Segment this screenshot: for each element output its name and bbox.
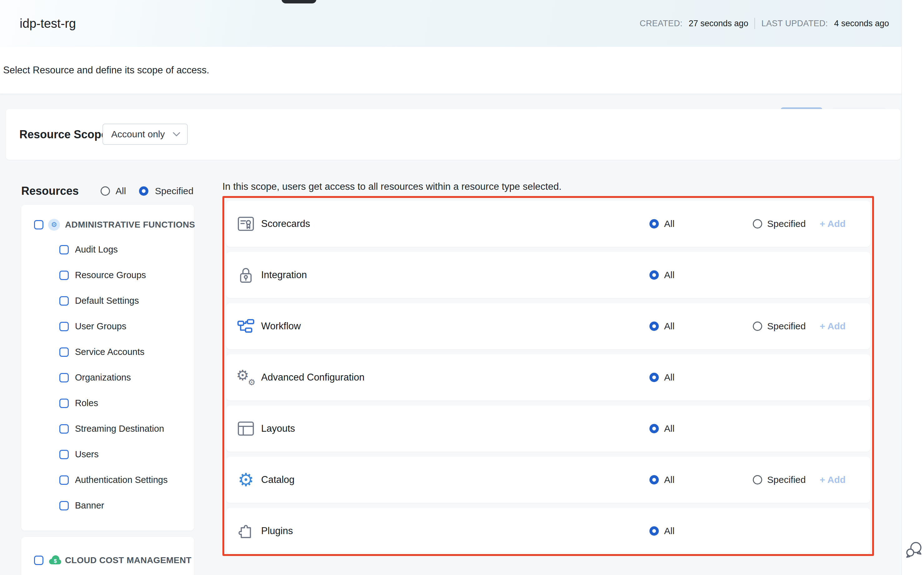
resources-specified-radio[interactable] <box>139 186 148 196</box>
all-label: All <box>664 270 674 280</box>
scope-description: In this scope, users get access to all r… <box>222 181 562 192</box>
gear-icon: ⚙ <box>236 470 256 489</box>
list-item: Default Settings <box>75 295 139 306</box>
cloud-dollar-icon: $ <box>48 554 62 567</box>
specified-radio[interactable] <box>753 321 762 331</box>
list-item: Resource Groups <box>75 270 146 280</box>
all-radio[interactable] <box>649 321 659 331</box>
all-label: All <box>664 372 674 383</box>
users-checkbox[interactable] <box>59 450 69 459</box>
resource-type-label: Layouts <box>261 423 295 434</box>
resource-type-label: Catalog <box>261 474 295 485</box>
chat-help-icon[interactable] <box>905 541 923 558</box>
service-accounts-checkbox[interactable] <box>59 348 69 357</box>
add-link[interactable]: + Add <box>820 475 846 485</box>
layout-icon <box>236 419 256 438</box>
resource-row-plugins: Plugins All <box>226 508 870 554</box>
created-value: 27 seconds ago <box>689 19 749 29</box>
list-item: Streaming Destination <box>75 424 164 434</box>
specified-label: Specified <box>767 219 806 229</box>
timestamps: CREATED: 27 seconds ago LAST UPDATED: 4 … <box>640 0 889 47</box>
all-radio[interactable] <box>649 424 659 433</box>
resource-scope-label: Resource Scope <box>19 128 107 141</box>
list-item: Banner <box>75 500 104 511</box>
all-label: All <box>664 526 674 536</box>
user-groups-checkbox[interactable] <box>59 322 69 331</box>
resource-scope-dropdown[interactable]: Account only <box>102 124 188 145</box>
lock-icon <box>236 266 256 284</box>
resource-type-label: Advanced Configuration <box>261 372 365 383</box>
resource-row-advanced-configuration: ⚙ ⚙ Advanced Configuration All <box>226 354 870 400</box>
scorecard-icon <box>236 214 256 233</box>
svg-text:$: $ <box>54 558 57 564</box>
workflow-icon <box>236 317 256 335</box>
all-label: All <box>664 423 674 434</box>
created-label: CREATED: <box>640 19 683 29</box>
resources-header: Resources All Specified <box>21 184 209 199</box>
group-label: CLOUD COST MANAGEMENT <box>65 555 191 565</box>
all-radio[interactable] <box>649 475 659 484</box>
list-item: Organizations <box>75 372 131 383</box>
page-title: idp-test-rg <box>20 17 76 30</box>
list-item: Roles <box>75 398 98 408</box>
specified-label: Specified <box>767 321 806 332</box>
roles-checkbox[interactable] <box>59 399 69 408</box>
specified-radio[interactable] <box>753 219 762 229</box>
list-item: Audit Logs <box>75 245 118 255</box>
add-link[interactable]: + Add <box>820 219 846 229</box>
scrollbar-gutter[interactable] <box>902 0 924 575</box>
resources-all-label: All <box>116 186 126 196</box>
resource-row-workflow: Workflow All Specified + Add <box>226 303 870 349</box>
specified-label: Specified <box>767 475 806 485</box>
cloud-cost-management-checkbox[interactable] <box>34 556 43 565</box>
chevron-down-icon <box>173 132 180 137</box>
list-item: Service Accounts <box>75 347 144 357</box>
resources-all-radio[interactable] <box>100 186 110 196</box>
gear-circle-icon: ⚙ <box>48 219 60 231</box>
resource-type-label: Workflow <box>261 321 301 332</box>
all-label: All <box>664 321 674 332</box>
audit-logs-checkbox[interactable] <box>59 245 69 254</box>
resource-scope-card: Resource Scope Account only <box>6 109 900 160</box>
all-radio[interactable] <box>649 270 659 280</box>
resource-groups-checkbox[interactable] <box>59 271 69 280</box>
selected-resources-outline: Scorecards All Specified + Add Integrati… <box>222 196 874 556</box>
meta-divider <box>754 18 755 29</box>
puzzle-icon <box>236 522 256 540</box>
resource-group-administrative-functions: ⚙ ADMINISTRATIVE FUNCTIONS Audit Logs Re… <box>21 205 194 531</box>
list-item: Users <box>75 449 99 459</box>
add-link[interactable]: + Add <box>820 321 846 332</box>
list-item: Authentication Settings <box>75 475 168 485</box>
group-label: ADMINISTRATIVE FUNCTIONS <box>65 220 195 230</box>
last-updated-label: LAST UPDATED: <box>761 19 828 29</box>
resource-group-page: idp-test-rg CREATED: 27 seconds ago LAST… <box>0 0 924 575</box>
resource-type-label: Plugins <box>261 525 293 537</box>
all-label: All <box>664 219 674 229</box>
resources-title: Resources <box>21 184 79 198</box>
resource-type-label: Scorecards <box>261 218 310 229</box>
resource-row-catalog: ⚙ Catalog All Specified + Add <box>226 457 870 503</box>
resource-row-layouts: Layouts All <box>226 405 870 452</box>
resource-row-integration: Integration All <box>226 252 870 298</box>
banner-checkbox[interactable] <box>59 501 69 510</box>
resource-scope-selected: Account only <box>111 129 173 140</box>
all-radio[interactable] <box>649 373 659 382</box>
gears-icon: ⚙ ⚙ <box>236 368 256 387</box>
resource-row-scorecards: Scorecards All Specified + Add <box>226 201 870 247</box>
list-item: User Groups <box>75 321 126 332</box>
resources-specified-label: Specified <box>155 186 193 196</box>
last-updated-value: 4 seconds ago <box>834 19 889 29</box>
organizations-checkbox[interactable] <box>59 373 69 383</box>
authentication-settings-checkbox[interactable] <box>59 475 69 485</box>
all-radio[interactable] <box>649 526 659 536</box>
specified-radio[interactable] <box>753 475 762 484</box>
all-radio[interactable] <box>649 219 659 229</box>
streaming-destination-checkbox[interactable] <box>59 424 69 434</box>
resource-group-cloud-cost-management: $ CLOUD COST MANAGEMENT Recommendations <box>21 537 194 575</box>
action-bar: Select Resource and define its scope of … <box>0 47 924 94</box>
default-settings-checkbox[interactable] <box>59 296 69 306</box>
page-header: idp-test-rg CREATED: 27 seconds ago LAST… <box>0 0 924 47</box>
page-description: Select Resource and define its scope of … <box>3 65 209 76</box>
resource-type-label: Integration <box>261 269 307 281</box>
administrative-functions-checkbox[interactable] <box>34 220 43 229</box>
